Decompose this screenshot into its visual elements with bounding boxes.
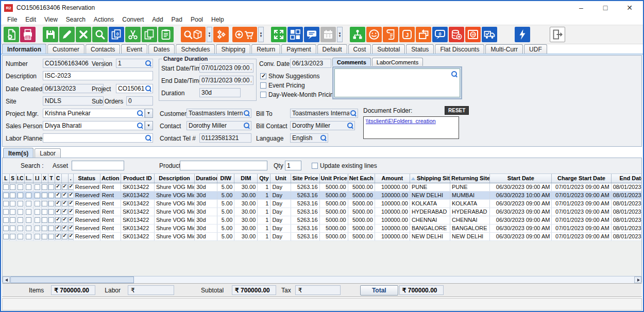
cell-amount[interactable]: 100000.00 xyxy=(375,183,410,191)
cell-dim[interactable]: 30.00 xyxy=(234,207,258,216)
cell-end-date[interactable]: 08/01/2023 09:00 AM xyxy=(611,216,641,224)
cell-charge-start-date[interactable]: 07/01/2023 09:00 AM xyxy=(552,207,611,216)
minimize-button[interactable]: – xyxy=(571,4,591,12)
cell-dim[interactable]: 30.00 xyxy=(234,216,258,224)
menu-convert[interactable]: Convert xyxy=(118,15,148,24)
asset-input[interactable] xyxy=(72,161,124,170)
row-checkbox-cell[interactable] xyxy=(48,224,55,232)
cell-diw[interactable]: 5.00 xyxy=(217,224,234,232)
cell-end-date[interactable]: 08/01/2023 09:00 AM xyxy=(611,199,641,207)
checkbox-event-pricing[interactable]: Event Pricing xyxy=(260,81,337,89)
cell-charge-start-date[interactable]: 07/01/2023 09:00 AM xyxy=(552,199,611,207)
project-field[interactable]: CO1506163 xyxy=(116,84,153,93)
tab-shipping[interactable]: Shipping xyxy=(216,44,250,54)
language-field[interactable]: English xyxy=(290,133,328,143)
row-checkbox-cell[interactable] xyxy=(61,224,68,232)
column-header-blank[interactable]: . xyxy=(68,174,73,183)
cell-end-date[interactable]: 08/01/2023 09:00 AM xyxy=(611,232,641,240)
tab-default[interactable]: Default xyxy=(317,44,347,54)
column-header-t[interactable]: T xyxy=(48,174,55,183)
cell-status[interactable]: Reserved xyxy=(73,216,100,224)
cell-action[interactable]: Rent xyxy=(100,207,121,216)
checkbox-day-week-month-pricing[interactable]: Day-Week-Month Pricing xyxy=(260,91,337,98)
reset-button[interactable]: RESET xyxy=(445,106,469,115)
row-checkbox-cell[interactable] xyxy=(41,232,48,240)
cell-returning-site[interactable]: NEW DELHI xyxy=(450,232,490,240)
menu-pad[interactable]: Pad xyxy=(167,15,187,24)
cell-unit-price[interactable]: 5000.00 xyxy=(319,216,348,224)
row-checkbox-cell[interactable] xyxy=(16,207,24,216)
horizontal-scrollbar[interactable] xyxy=(3,276,641,283)
invoice-scroll-icon[interactable] xyxy=(383,27,398,42)
column-header-l[interactable]: L xyxy=(3,174,9,183)
cell-product-id[interactable]: SK013422 xyxy=(121,224,154,232)
row-checkbox-cell[interactable] xyxy=(41,216,48,224)
tab-cost[interactable]: Cost xyxy=(348,44,371,54)
row-checkbox-cell[interactable] xyxy=(16,224,24,232)
checkbox-show-suggestions[interactable]: Show Suggestions xyxy=(260,72,337,80)
cell-site-price[interactable]: 5263.16 xyxy=(291,191,319,199)
cell-end-date[interactable]: 08/01/2023 09:00 AM xyxy=(611,191,641,199)
menu-view[interactable]: View xyxy=(40,15,62,24)
row-checkbox-cell[interactable] xyxy=(33,224,41,232)
comment-zero-icon[interactable]: 0 xyxy=(432,27,448,42)
cell-dim[interactable]: 30.00 xyxy=(234,232,258,240)
row-checkbox-cell[interactable] xyxy=(24,224,33,232)
cell-description[interactable]: Shure VOG Mic xyxy=(155,183,195,191)
cell-product-id[interactable]: SK013422 xyxy=(121,232,154,240)
cell-site-price[interactable]: 5263.16 xyxy=(291,232,319,240)
table-row[interactable]: ReservedRentSK013422Shure VOG Mic30d5.00… xyxy=(3,224,641,232)
row-checkbox-cell[interactable] xyxy=(48,232,55,240)
row-checkbox-cell[interactable] xyxy=(55,232,61,240)
column-header-blank[interactable] xyxy=(61,174,68,183)
row-checkbox-cell[interactable] xyxy=(33,232,41,240)
row-checkbox-cell[interactable] xyxy=(61,199,68,207)
row-checkbox-cell[interactable] xyxy=(9,199,16,207)
row-checkbox-cell[interactable] xyxy=(9,224,16,232)
cell-product-id[interactable]: SK013422 xyxy=(121,216,154,224)
row-checkbox-cell[interactable] xyxy=(9,183,16,191)
search-icon[interactable] xyxy=(145,85,151,92)
cell-action[interactable]: Rent xyxy=(100,232,121,240)
row-checkbox-cell[interactable] xyxy=(24,232,33,240)
tab-udf[interactable]: UDF xyxy=(524,44,547,54)
row-checkbox-cell[interactable] xyxy=(55,224,61,232)
search-icon[interactable] xyxy=(244,110,250,116)
row-checkbox-cell[interactable] xyxy=(68,183,73,191)
menu-add[interactable]: Add xyxy=(148,15,167,24)
row-checkbox-cell[interactable] xyxy=(61,191,68,199)
row-checkbox-cell[interactable] xyxy=(24,216,33,224)
cell-qty[interactable]: 1 xyxy=(258,232,270,240)
row-checkbox-cell[interactable] xyxy=(3,232,9,240)
row-checkbox-cell[interactable] xyxy=(16,191,24,199)
cell-start-date[interactable]: 06/30/2023 09:00 AM xyxy=(490,216,552,224)
sales-person-field[interactable]: Divya Bharati xyxy=(43,121,145,130)
column-header-i[interactable]: I... xyxy=(24,174,33,183)
row-checkbox-cell[interactable] xyxy=(33,199,41,207)
truck-check-icon[interactable] xyxy=(482,27,497,42)
cell-status[interactable]: Reserved xyxy=(73,232,100,240)
row-checkbox-cell[interactable] xyxy=(16,183,24,191)
row-checkbox-cell[interactable] xyxy=(3,199,9,207)
tab-laborcomments[interactable]: LaborComments xyxy=(372,58,423,66)
cell-charge-start-date[interactable]: 07/01/2023 09:00 AM xyxy=(552,216,611,224)
add-po-cart-icon[interactable] xyxy=(232,27,257,42)
column-header-net-each[interactable]: Net Each xyxy=(348,174,375,183)
customer-field[interactable]: Toastmasters Internation xyxy=(187,109,251,118)
menu-edit[interactable]: Edit xyxy=(21,15,40,24)
row-checkbox-cell[interactable] xyxy=(24,207,33,216)
row-checkbox-cell[interactable] xyxy=(16,232,24,240)
cell-amount[interactable]: 100000.00 xyxy=(375,191,410,199)
column-header-start-date[interactable]: Start Date xyxy=(490,174,552,183)
cell-status[interactable]: Reserved xyxy=(73,224,100,232)
cell-unit[interactable]: Day xyxy=(270,224,291,232)
cell-action[interactable]: Rent xyxy=(100,191,121,199)
paste-icon[interactable] xyxy=(158,27,174,42)
table-row[interactable]: ReservedRentSK013422Shure VOG Mic30d5.00… xyxy=(3,216,641,224)
cell-unit[interactable]: Day xyxy=(270,216,291,224)
row-checkbox-cell[interactable] xyxy=(16,216,24,224)
cell-charge-start-date[interactable]: 07/01/2023 09:00 AM xyxy=(552,191,611,199)
cell-dim[interactable]: 30.00 xyxy=(234,224,258,232)
table-row[interactable]: ReservedRentSK013422Shure VOG Mic30d5.00… xyxy=(3,199,641,207)
copy-zero-icon[interactable]: 0 xyxy=(109,27,124,42)
